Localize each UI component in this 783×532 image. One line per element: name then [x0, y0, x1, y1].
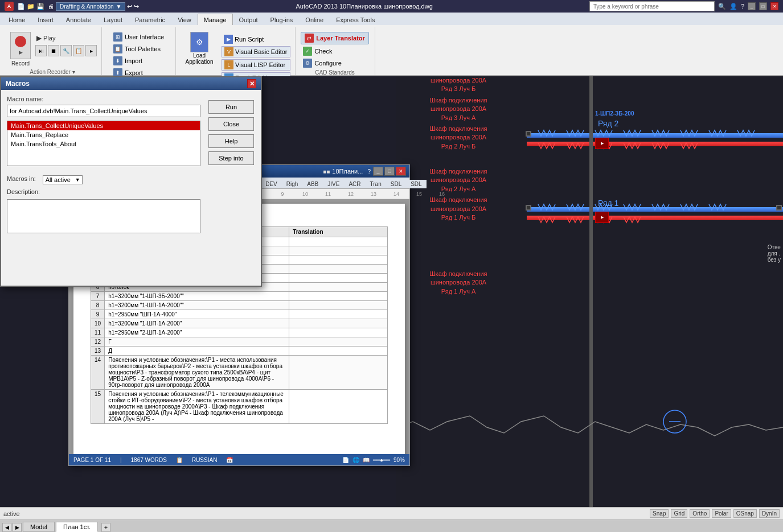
- macro-name-input[interactable]: [7, 105, 200, 117]
- row-translation[interactable]: [289, 292, 388, 301]
- row-translation[interactable]: [289, 319, 388, 328]
- description-box[interactable]: [7, 199, 200, 233]
- nav-prev-btn[interactable]: ◀: [2, 523, 11, 532]
- win-maximize[interactable]: □: [759, 2, 767, 10]
- layer-translator-btn[interactable]: ⇄ Layer Translator: [301, 32, 369, 44]
- model-tab-plan[interactable]: План 1ст.: [56, 522, 98, 532]
- word-tab-sdl1[interactable]: SDL: [386, 180, 406, 188]
- qa-new-btn[interactable]: 📄: [17, 3, 25, 10]
- row-translation[interactable]: [289, 347, 388, 356]
- osnap-btn[interactable]: OSnap: [733, 509, 757, 518]
- model-tab-model[interactable]: Model: [23, 522, 55, 532]
- macro-list-item-2[interactable]: Main.Trans_Replace: [7, 130, 200, 139]
- snap-btn[interactable]: Snap: [650, 509, 669, 518]
- tab-parametric[interactable]: Parametric: [129, 14, 171, 25]
- row-translation[interactable]: [289, 255, 388, 265]
- row-translation[interactable]: [289, 283, 388, 292]
- action-btn-4[interactable]: 📋: [73, 45, 84, 56]
- run-script-btn[interactable]: ▶ Run Script: [222, 34, 290, 44]
- word-close-btn[interactable]: ✕: [396, 167, 406, 176]
- row-translation[interactable]: [289, 265, 388, 274]
- row-translation[interactable]: [289, 301, 388, 310]
- check-btn[interactable]: ✓ Check: [301, 46, 334, 56]
- qa-undo-btn[interactable]: ↩: [127, 3, 132, 10]
- action-btn-3[interactable]: 🔧: [60, 45, 72, 56]
- add-layout-btn[interactable]: +: [101, 523, 110, 532]
- action-btn-2[interactable]: ⏹: [48, 45, 59, 56]
- view-read-btn[interactable]: 📖: [363, 457, 370, 463]
- tab-insert[interactable]: Insert: [31, 14, 60, 25]
- row-translation[interactable]: [289, 246, 388, 255]
- tab-layout[interactable]: Layout: [97, 14, 129, 25]
- run-macro-btn[interactable]: Run: [208, 100, 254, 114]
- cad-standards-label[interactable]: CAD Standards: [315, 69, 354, 76]
- vba-editor-btn[interactable]: V Visual Basic Editor: [222, 46, 290, 57]
- close-macro-btn[interactable]: Close: [208, 117, 254, 131]
- row-translation[interactable]: [289, 328, 388, 337]
- qa-save-btn[interactable]: 💾: [36, 3, 44, 10]
- help-macro-btn[interactable]: Help: [208, 134, 254, 148]
- load-application-btn[interactable]: ⚙ Load Application: [181, 31, 218, 66]
- record-button[interactable]: ▶ Record: [8, 31, 33, 68]
- step-into-btn[interactable]: Step into: [208, 151, 254, 165]
- row-translation[interactable]: [289, 237, 388, 246]
- row-translation[interactable]: [289, 390, 388, 424]
- view-print-btn[interactable]: 📄: [342, 457, 349, 463]
- word-tab-jive[interactable]: JIVE: [323, 180, 344, 188]
- view-web-btn[interactable]: 🌐: [352, 457, 359, 463]
- dynin-btn[interactable]: DynIn: [759, 509, 780, 518]
- help-icon[interactable]: ?: [741, 3, 744, 10]
- qa-redo-btn[interactable]: ↪: [134, 3, 139, 10]
- word-tab-righ[interactable]: Righ: [282, 180, 303, 188]
- configure-btn[interactable]: ⚙ Configure: [301, 58, 344, 68]
- search-icon[interactable]: 🔍: [718, 3, 726, 10]
- cad-drawing-area: Ряд 2 Ряд 1 шинопровода 200А Ряд 3 Луч Б…: [396, 76, 783, 507]
- macro-list-item-3[interactable]: Main.TransTools_About: [7, 139, 200, 149]
- word-help-btn[interactable]: ?: [367, 168, 371, 175]
- action-btn-1[interactable]: ⏯: [35, 45, 47, 56]
- word-tab-dev[interactable]: DEV: [261, 180, 282, 188]
- word-tab-abb[interactable]: ABB: [302, 180, 323, 188]
- row-translation[interactable]: [289, 356, 388, 390]
- word-tab-acr[interactable]: ACR: [344, 180, 365, 188]
- lisp-editor-btn[interactable]: L Visual LISP Editor: [222, 59, 290, 71]
- word-tab-sdl2[interactable]: SDL: [406, 180, 426, 188]
- word-tab-tran[interactable]: Tran: [366, 180, 386, 188]
- row-translation[interactable]: [289, 274, 388, 283]
- play-button[interactable]: ▶ Play: [35, 33, 97, 43]
- tab-plugins[interactable]: Plug-ins: [264, 14, 300, 25]
- user-interface-btn[interactable]: ⊞ User Interface: [111, 32, 166, 42]
- macros-in-dropdown[interactable]: All active ▼: [43, 175, 83, 184]
- nav-next-btn[interactable]: ▶: [13, 523, 22, 532]
- macros-close-btn[interactable]: ✕: [247, 79, 256, 88]
- tab-home[interactable]: Home: [2, 14, 31, 25]
- action-recorder-label[interactable]: Action Recorder ▾: [30, 69, 75, 75]
- search-input[interactable]: [593, 3, 711, 10]
- row-translation[interactable]: [289, 310, 388, 319]
- tab-express-tools[interactable]: Express Tools: [330, 14, 381, 25]
- workspace-dropdown[interactable]: Drafting & Annotation ▼: [56, 2, 125, 11]
- win-close[interactable]: ✕: [770, 2, 778, 10]
- search-box[interactable]: [589, 1, 715, 11]
- import-btn[interactable]: ⬇ Import: [111, 56, 145, 66]
- qa-print-btn[interactable]: 🖨: [48, 3, 54, 10]
- user-icon[interactable]: 👤: [729, 3, 737, 10]
- win-minimize[interactable]: _: [748, 2, 756, 10]
- tab-output[interactable]: Output: [233, 14, 264, 25]
- tab-view[interactable]: View: [171, 14, 198, 25]
- zoom-slider[interactable]: ━━●━━: [373, 457, 390, 463]
- word-minimize-btn[interactable]: _: [373, 167, 383, 176]
- tab-annotate[interactable]: Annotate: [60, 14, 97, 25]
- ui-label: User Interface: [125, 34, 164, 40]
- macro-list-item-1[interactable]: Main.Trans_CollectUniqueValues: [7, 121, 200, 130]
- word-restore-btn[interactable]: □: [384, 167, 395, 176]
- qa-open-btn[interactable]: 📁: [27, 3, 35, 10]
- grid-btn[interactable]: Grid: [671, 509, 687, 518]
- tool-palettes-btn[interactable]: 📋 Tool Palettes: [111, 44, 163, 54]
- polar-btn[interactable]: Polar: [712, 509, 731, 518]
- ortho-btn[interactable]: Ortho: [690, 509, 710, 518]
- action-btn-5[interactable]: ▸: [85, 45, 97, 56]
- tab-manage[interactable]: Manage: [198, 14, 233, 25]
- row-translation[interactable]: [289, 337, 388, 347]
- tab-online[interactable]: Online: [299, 14, 330, 25]
